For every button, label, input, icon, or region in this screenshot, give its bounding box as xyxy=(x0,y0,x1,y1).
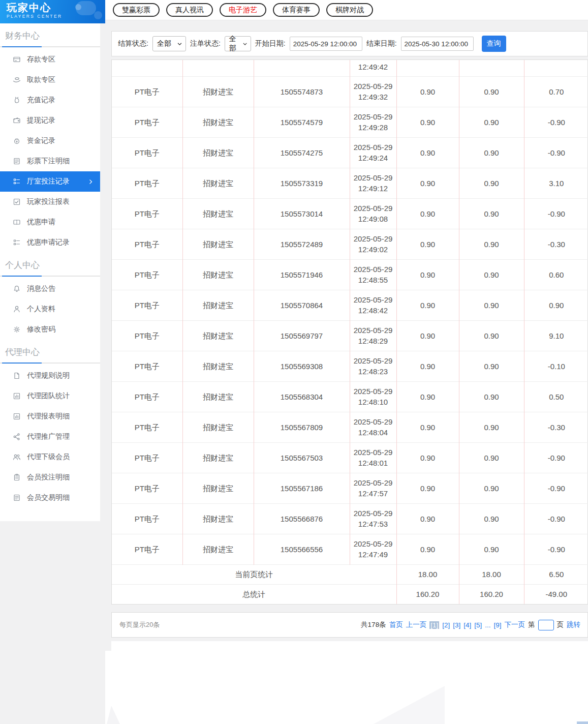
sidebar-item-messages[interactable]: 消息公告 xyxy=(0,279,100,299)
end-date-label: 结束日期: xyxy=(366,39,397,48)
sidebar-menu: 财务中心存款专区取款专区充值记录提现记录资金记录彩票下注明细厅室投注记录玩家投注… xyxy=(0,23,100,521)
game-category-tabs: 雙赢彩票真人视讯电子游艺体育赛事棋牌对战 xyxy=(105,0,588,20)
profit-cell: -0.90 xyxy=(524,534,588,564)
order-cell: 1505569797 xyxy=(254,320,350,351)
page-jump-go[interactable]: 跳转 xyxy=(567,620,580,629)
sidebar-item-promo-apply-records[interactable]: 优惠申请记录 xyxy=(0,232,100,253)
game-cell: 招财进宝 xyxy=(182,198,254,229)
settle-status-value: 全部 xyxy=(157,39,171,48)
date-cell: 2025-05-2912:48:42 xyxy=(350,290,396,320)
profit-cell: -0.30 xyxy=(524,412,588,442)
amount-cell: 0.90 xyxy=(396,351,459,381)
section-underline xyxy=(0,276,100,277)
pagination-bar: 每页显示20条 共178条首页上一页[1][2][3][4][5]...[9]下… xyxy=(111,612,588,638)
app-logo: 玩家中心 PLAYERS CENTER xyxy=(0,0,105,23)
chevron-right-icon xyxy=(87,178,94,185)
page-next[interactable]: 下一页 xyxy=(505,620,525,629)
sidebar-item-agent-promotion[interactable]: 代理推广管理 xyxy=(0,427,100,447)
sidebar-item-withdrawal-records[interactable]: 提现记录 xyxy=(0,110,100,131)
amount-cell: 0.90 xyxy=(396,76,459,107)
order-cell: 1505569308 xyxy=(254,351,350,381)
date-cell: 2025-05-2912:49:08 xyxy=(350,198,396,229)
page-9[interactable]: [9] xyxy=(493,621,501,629)
start-date-input[interactable] xyxy=(290,37,362,51)
sidebar-item-agent-report-details[interactable]: 代理报表明细 xyxy=(0,406,100,427)
app-title: 玩家中心 xyxy=(7,2,105,14)
platform-cell: PT电子 xyxy=(112,168,182,198)
tab-lottery[interactable]: 雙赢彩票 xyxy=(113,3,160,17)
sidebar-item-member-bet-details[interactable]: 会员投注明细 xyxy=(0,467,100,488)
order-cell: 1505571946 xyxy=(254,259,350,290)
platform-cell: PT电子 xyxy=(112,442,182,473)
page-5[interactable]: [5] xyxy=(474,621,482,629)
profit-cell: 0.90 xyxy=(524,290,588,320)
sidebar-item-change-password[interactable]: 修改密码 xyxy=(0,319,100,340)
sidebar-item-promo-apply[interactable]: 优惠申请 xyxy=(0,212,100,232)
settle-status-select[interactable]: 全部 xyxy=(152,36,186,51)
game-cell: 招财进宝 xyxy=(182,534,254,564)
agent-promotion-icon xyxy=(13,433,21,441)
sidebar-item-withdraw-zone[interactable]: 取款专区 xyxy=(0,70,100,90)
sidebar-item-deposit-zone[interactable]: 存款专区 xyxy=(0,49,100,70)
page-2[interactable]: [2] xyxy=(442,621,450,629)
valid-amount-cell: 0.90 xyxy=(459,137,524,168)
sidebar-item-player-bet-report[interactable]: 玩家投注报表 xyxy=(0,192,100,212)
valid-amount-cell: 0.90 xyxy=(459,503,524,534)
table-row: PT电子招财进宝15055748732025-05-2912:49:320.90… xyxy=(112,76,588,107)
sidebar-item-profile[interactable]: 个人资料 xyxy=(0,299,100,319)
tab-sports[interactable]: 体育赛事 xyxy=(273,3,320,17)
summary-row: 当前页统计18.0018.006.50 xyxy=(112,564,588,584)
valid-amount-cell: 0.90 xyxy=(459,198,524,229)
page-prev[interactable]: 上一页 xyxy=(406,620,427,629)
end-date-input[interactable] xyxy=(401,37,474,51)
order-status-value: 全部 xyxy=(229,35,242,53)
query-button[interactable]: 查询 xyxy=(482,36,506,52)
page-first[interactable]: 首页 xyxy=(389,620,403,629)
page-3[interactable]: [3] xyxy=(453,621,460,629)
sidebar-item-hall-bet-records[interactable]: 厅室投注记录 xyxy=(0,171,100,192)
game-cell: 招财进宝 xyxy=(182,442,254,473)
date-cell: 2025-05-2912:48:01 xyxy=(350,442,396,473)
table-row-partial: 12:49:42 xyxy=(112,60,588,76)
sidebar-item-label: 会员投注明细 xyxy=(27,473,70,482)
tab-board-games[interactable]: 棋牌对战 xyxy=(326,3,373,17)
platform-cell: PT电子 xyxy=(112,107,182,137)
order-cell: 1505566556 xyxy=(254,534,350,564)
sidebar-item-label: 存款专区 xyxy=(27,55,55,64)
summary-label: 当前页统计 xyxy=(112,564,396,584)
tab-live-casino[interactable]: 真人视讯 xyxy=(166,3,213,17)
messages-icon xyxy=(13,285,21,293)
order-status-select[interactable]: 全部 xyxy=(225,36,251,51)
game-cell: 招财进宝 xyxy=(182,412,254,442)
valid-amount-cell: 0.90 xyxy=(459,351,524,381)
amount-cell: 0.90 xyxy=(396,442,459,473)
sidebar-item-lottery-bet-details[interactable]: 彩票下注明细 xyxy=(0,151,100,171)
table-row: PT电子招财进宝15055665562025-05-2912:47:490.90… xyxy=(112,534,588,564)
tab-e-games[interactable]: 电子游艺 xyxy=(220,3,266,17)
sidebar-item-agent-rules[interactable]: 代理规则说明 xyxy=(0,366,100,386)
order-cell: 1505573014 xyxy=(254,198,350,229)
footer-area xyxy=(105,651,588,724)
page-4[interactable]: [4] xyxy=(463,621,471,629)
game-cell: 招财进宝 xyxy=(182,107,254,137)
sidebar-item-agent-team-stats[interactable]: 代理团队统计 xyxy=(0,386,100,406)
amount-cell: 0.90 xyxy=(396,320,459,351)
game-cell: 招财进宝 xyxy=(182,229,254,259)
withdraw-zone-icon xyxy=(13,76,21,84)
sidebar-section-heading: 财务中心 xyxy=(0,23,100,46)
valid-amount-cell: 0.90 xyxy=(459,320,524,351)
sidebar-item-label: 会员交易明细 xyxy=(27,493,70,502)
game-cell: 招财进宝 xyxy=(182,473,254,503)
sidebar-item-label: 厅室投注记录 xyxy=(27,177,70,186)
amount-cell: 0.90 xyxy=(396,290,459,320)
sidebar-item-label: 玩家投注报表 xyxy=(27,197,70,206)
valid-amount-cell: 0.90 xyxy=(459,76,524,107)
page-jump-input[interactable] xyxy=(538,620,554,630)
section-underline xyxy=(0,46,100,47)
order-cell: 1505572489 xyxy=(254,229,350,259)
sidebar-item-recharge-records[interactable]: 充值记录 xyxy=(0,90,100,110)
sidebar-item-agent-sub-members[interactable]: 代理下级会员 xyxy=(0,447,100,467)
page-current[interactable]: [1] xyxy=(429,621,439,629)
sidebar-item-member-transaction-details[interactable]: 会员交易明细 xyxy=(0,488,100,508)
sidebar-item-funds-records[interactable]: 资金记录 xyxy=(0,131,100,151)
